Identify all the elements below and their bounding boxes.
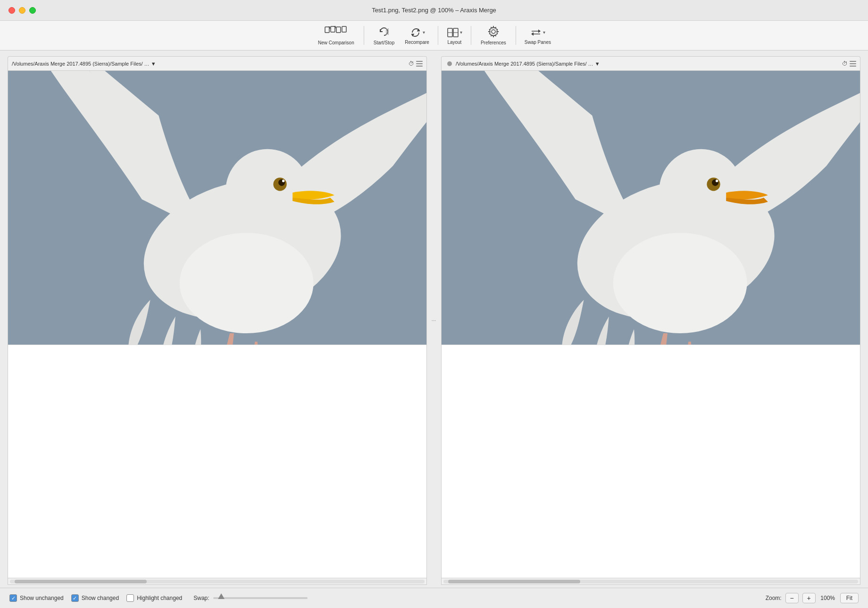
svg-point-10 bbox=[492, 30, 495, 34]
new-comparison-button[interactable]: New Comparison bbox=[313, 24, 359, 47]
preferences-button[interactable]: Preferences bbox=[476, 24, 511, 47]
show-changed-box[interactable]: ✓ bbox=[71, 594, 79, 602]
left-scrollbar-track[interactable] bbox=[10, 580, 425, 583]
right-scrollbar-track[interactable] bbox=[443, 580, 858, 583]
show-unchanged-box[interactable]: ✓ bbox=[9, 594, 17, 602]
gear-icon bbox=[487, 25, 500, 39]
toolbar: New Comparison Start/Stop ▾ Recompare bbox=[0, 21, 868, 51]
recompare-dropdown-arrow: ▾ bbox=[423, 30, 425, 35]
left-pane-container bbox=[8, 70, 427, 578]
new-comparison-icon bbox=[324, 25, 348, 39]
window-controls bbox=[8, 7, 36, 14]
left-seagull-svg bbox=[8, 71, 426, 345]
fit-button[interactable]: Fit bbox=[840, 593, 859, 603]
right-pane-path: /Volumes/Araxis Merge 2017.4895 (Sierra)… bbox=[456, 61, 840, 67]
svg-rect-1 bbox=[331, 26, 335, 32]
main-content: /Volumes/Araxis Merge 2017.4895 (Sierra)… bbox=[0, 51, 868, 585]
start-stop-icon bbox=[378, 25, 390, 39]
new-comparison-label: New Comparison bbox=[318, 40, 354, 45]
close-button[interactable] bbox=[8, 7, 15, 14]
layout-dropdown-arrow: ▾ bbox=[460, 30, 462, 35]
show-changed-label: Show changed bbox=[82, 595, 119, 601]
svg-point-17 bbox=[180, 233, 314, 333]
swap-panes-label: Swap Panes bbox=[525, 40, 551, 45]
svg-rect-3 bbox=[342, 26, 346, 32]
right-pane: /Volumes/Araxis Merge 2017.4895 (Sierra)… bbox=[441, 56, 860, 585]
panes-row: /Volumes/Araxis Merge 2017.4895 (Sierra)… bbox=[8, 56, 860, 585]
recompare-icon bbox=[409, 26, 422, 39]
svg-point-23 bbox=[716, 180, 718, 182]
swap-panes-dropdown-arrow: ▾ bbox=[543, 30, 545, 35]
bottom-bar: ✓ Show unchanged ✓ Show changed Highligh… bbox=[0, 588, 868, 608]
toolbar-separator-3 bbox=[471, 26, 471, 45]
left-image-area bbox=[8, 71, 426, 578]
swap-section: Swap: bbox=[193, 595, 307, 601]
swap-slider-thumb[interactable] bbox=[218, 593, 225, 599]
svg-point-16 bbox=[282, 180, 284, 182]
right-pane-status-dot bbox=[447, 61, 452, 66]
start-stop-label: Start/Stop bbox=[374, 40, 394, 45]
left-pane-history-icon[interactable]: ⏱ bbox=[409, 60, 414, 67]
zoom-minus-button[interactable]: − bbox=[785, 593, 799, 603]
layout-button[interactable]: ▾ Layout bbox=[443, 25, 466, 47]
left-pane-path: /Volumes/Araxis Merge 2017.4895 (Sierra)… bbox=[12, 61, 407, 67]
show-changed-check: ✓ bbox=[73, 596, 77, 601]
show-unchanged-label: Show unchanged bbox=[20, 595, 64, 601]
svg-point-24 bbox=[613, 233, 747, 333]
toolbar-separator-4 bbox=[516, 26, 516, 45]
left-scrollbar-thumb[interactable] bbox=[15, 580, 147, 583]
right-seagull-image: araxis. bbox=[442, 71, 860, 345]
svg-point-13 bbox=[225, 149, 309, 233]
show-changed-checkbox[interactable]: ✓ Show changed bbox=[71, 594, 119, 602]
left-pane-header: /Volumes/Araxis Merge 2017.4895 (Sierra)… bbox=[8, 56, 427, 70]
svg-rect-0 bbox=[325, 27, 329, 33]
right-pane-history-icon[interactable]: ⏱ bbox=[842, 60, 848, 67]
right-pane-split-icon[interactable] bbox=[850, 61, 856, 67]
right-scrollbar[interactable] bbox=[441, 578, 860, 585]
left-pane-split-icon[interactable] bbox=[416, 61, 423, 67]
show-unchanged-checkbox[interactable]: ✓ Show unchanged bbox=[9, 594, 64, 602]
left-seagull-image bbox=[8, 71, 426, 345]
minimize-button[interactable] bbox=[19, 7, 25, 14]
right-pane-container: araxis. bbox=[441, 70, 860, 578]
zoom-plus-button[interactable]: + bbox=[802, 593, 816, 603]
recompare-label: Recompare bbox=[405, 40, 429, 45]
svg-rect-2 bbox=[336, 27, 341, 33]
maximize-button[interactable] bbox=[29, 7, 36, 14]
highlight-changed-label: Highlight changed bbox=[137, 595, 182, 601]
toolbar-separator-1 bbox=[364, 26, 364, 45]
recompare-button[interactable]: ▾ Recompare bbox=[401, 25, 433, 47]
zoom-section: Zoom: − + 100% Fit bbox=[766, 593, 859, 603]
titlebar: Test1.png, Test2.png @ 100% – Araxis Mer… bbox=[0, 0, 868, 21]
swap-panes-button[interactable]: ▾ Swap Panes bbox=[521, 25, 555, 47]
left-below-image bbox=[8, 345, 426, 578]
layout-icon bbox=[447, 26, 459, 39]
toolbar-separator-2 bbox=[438, 26, 438, 45]
swap-label: Swap: bbox=[193, 595, 209, 601]
window-title: Test1.png, Test2.png @ 100% – Araxis Mer… bbox=[372, 7, 496, 14]
zoom-percentage: 100% bbox=[819, 595, 836, 601]
swap-slider-track[interactable] bbox=[213, 597, 308, 599]
start-stop-button[interactable]: Start/Stop bbox=[369, 24, 399, 47]
divider-dots: ••• bbox=[432, 319, 436, 322]
preferences-label: Preferences bbox=[481, 40, 506, 45]
right-image-area: araxis. bbox=[442, 71, 860, 578]
right-pane-header: /Volumes/Araxis Merge 2017.4895 (Sierra)… bbox=[441, 56, 860, 70]
swap-panes-icon bbox=[530, 26, 542, 39]
highlight-changed-box[interactable] bbox=[126, 594, 134, 602]
right-seagull-svg bbox=[442, 71, 860, 345]
right-scrollbar-thumb[interactable] bbox=[448, 580, 580, 583]
left-scrollbar[interactable] bbox=[8, 578, 427, 585]
svg-point-20 bbox=[659, 149, 743, 233]
left-pane: /Volumes/Araxis Merge 2017.4895 (Sierra)… bbox=[8, 56, 427, 585]
right-below-image bbox=[442, 345, 860, 578]
layout-label: Layout bbox=[447, 40, 461, 45]
zoom-label: Zoom: bbox=[766, 595, 782, 601]
pane-divider[interactable]: ••• bbox=[427, 56, 441, 585]
show-unchanged-check: ✓ bbox=[11, 596, 16, 601]
highlight-changed-checkbox[interactable]: Highlight changed bbox=[126, 594, 182, 602]
